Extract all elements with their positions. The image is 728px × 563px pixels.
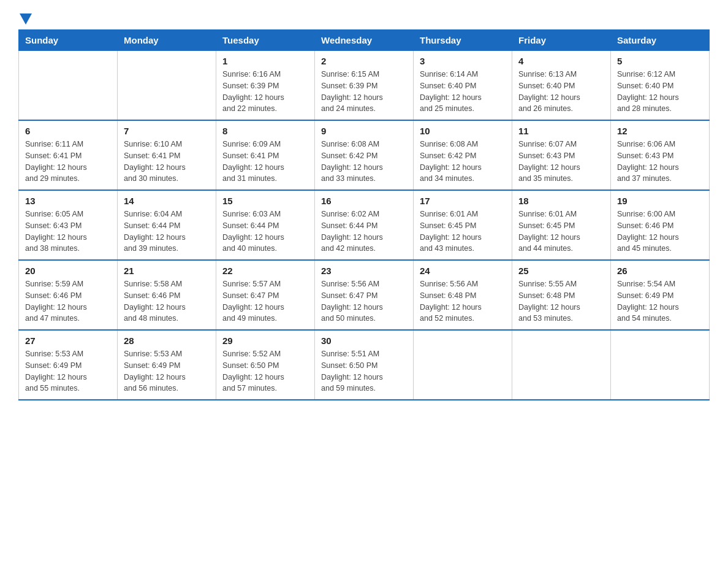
calendar-cell: 5Sunrise: 6:12 AM Sunset: 6:40 PM Daylig… xyxy=(611,51,710,121)
calendar-cell: 27Sunrise: 5:53 AM Sunset: 6:49 PM Dayli… xyxy=(19,330,118,400)
calendar-cell: 25Sunrise: 5:55 AM Sunset: 6:48 PM Dayli… xyxy=(512,260,611,330)
week-row-5: 27Sunrise: 5:53 AM Sunset: 6:49 PM Dayli… xyxy=(19,330,710,400)
day-number: 12 xyxy=(617,126,703,136)
day-info: Sunrise: 6:15 AM Sunset: 6:39 PM Dayligh… xyxy=(321,69,407,115)
day-number: 21 xyxy=(124,266,210,276)
calendar-cell: 28Sunrise: 5:53 AM Sunset: 6:49 PM Dayli… xyxy=(118,330,216,400)
day-number: 29 xyxy=(222,335,308,346)
day-info: Sunrise: 6:02 AM Sunset: 6:44 PM Dayligh… xyxy=(321,209,407,255)
day-info: Sunrise: 6:05 AM Sunset: 6:43 PM Dayligh… xyxy=(25,209,111,255)
calendar-cell: 20Sunrise: 5:59 AM Sunset: 6:46 PM Dayli… xyxy=(19,260,118,330)
calendar-cell: 17Sunrise: 6:01 AM Sunset: 6:45 PM Dayli… xyxy=(414,190,512,260)
day-info: Sunrise: 5:56 AM Sunset: 6:47 PM Dayligh… xyxy=(321,278,407,324)
day-info: Sunrise: 6:01 AM Sunset: 6:45 PM Dayligh… xyxy=(420,209,506,255)
day-number: 17 xyxy=(420,196,506,206)
calendar-cell: 19Sunrise: 6:00 AM Sunset: 6:46 PM Dayli… xyxy=(611,190,710,260)
calendar-cell: 29Sunrise: 5:52 AM Sunset: 6:50 PM Dayli… xyxy=(216,330,315,400)
day-number: 26 xyxy=(617,266,703,276)
calendar-cell: 3Sunrise: 6:14 AM Sunset: 6:40 PM Daylig… xyxy=(414,51,512,121)
day-number: 1 xyxy=(222,56,308,66)
day-number: 27 xyxy=(25,335,111,346)
day-info: Sunrise: 6:08 AM Sunset: 6:42 PM Dayligh… xyxy=(420,139,506,185)
calendar-cell: 12Sunrise: 6:06 AM Sunset: 6:43 PM Dayli… xyxy=(611,120,710,190)
week-row-3: 13Sunrise: 6:05 AM Sunset: 6:43 PM Dayli… xyxy=(19,190,710,260)
calendar-header-row: SundayMondayTuesdayWednesdayThursdayFrid… xyxy=(19,30,710,51)
day-info: Sunrise: 6:13 AM Sunset: 6:40 PM Dayligh… xyxy=(518,69,604,115)
day-number: 15 xyxy=(222,196,308,206)
calendar-cell: 14Sunrise: 6:04 AM Sunset: 6:44 PM Dayli… xyxy=(118,190,216,260)
calendar-cell: 16Sunrise: 6:02 AM Sunset: 6:44 PM Dayli… xyxy=(315,190,414,260)
calendar-cell xyxy=(512,330,611,400)
page-header xyxy=(18,12,710,23)
calendar-cell: 4Sunrise: 6:13 AM Sunset: 6:40 PM Daylig… xyxy=(512,51,611,121)
day-number: 25 xyxy=(518,266,604,276)
day-number: 5 xyxy=(617,56,703,66)
calendar-cell xyxy=(414,330,512,400)
svg-marker-0 xyxy=(20,13,32,25)
day-info: Sunrise: 5:56 AM Sunset: 6:48 PM Dayligh… xyxy=(420,278,506,324)
day-number: 19 xyxy=(617,196,703,206)
day-number: 9 xyxy=(321,126,407,136)
calendar-cell xyxy=(118,51,216,121)
calendar-cell: 24Sunrise: 5:56 AM Sunset: 6:48 PM Dayli… xyxy=(414,260,512,330)
day-number: 8 xyxy=(222,126,308,136)
day-number: 18 xyxy=(518,196,604,206)
calendar-cell: 26Sunrise: 5:54 AM Sunset: 6:49 PM Dayli… xyxy=(611,260,710,330)
day-number: 11 xyxy=(518,126,604,136)
calendar-cell xyxy=(611,330,710,400)
day-info: Sunrise: 5:55 AM Sunset: 6:48 PM Dayligh… xyxy=(518,278,604,324)
calendar-cell: 22Sunrise: 5:57 AM Sunset: 6:47 PM Dayli… xyxy=(216,260,315,330)
column-header-monday: Monday xyxy=(118,30,216,51)
day-number: 24 xyxy=(420,266,506,276)
logo xyxy=(18,12,32,23)
day-info: Sunrise: 6:16 AM Sunset: 6:39 PM Dayligh… xyxy=(222,69,308,115)
day-number: 13 xyxy=(25,196,111,206)
column-header-wednesday: Wednesday xyxy=(315,30,414,51)
day-info: Sunrise: 5:51 AM Sunset: 6:50 PM Dayligh… xyxy=(321,348,407,394)
calendar-cell: 6Sunrise: 6:11 AM Sunset: 6:41 PM Daylig… xyxy=(19,120,118,190)
day-number: 14 xyxy=(124,196,210,206)
day-number: 22 xyxy=(222,266,308,276)
day-number: 30 xyxy=(321,335,407,346)
day-number: 20 xyxy=(25,266,111,276)
calendar-cell: 9Sunrise: 6:08 AM Sunset: 6:42 PM Daylig… xyxy=(315,120,414,190)
day-info: Sunrise: 5:59 AM Sunset: 6:46 PM Dayligh… xyxy=(25,278,111,324)
calendar-cell: 1Sunrise: 6:16 AM Sunset: 6:39 PM Daylig… xyxy=(216,51,315,121)
calendar-cell: 30Sunrise: 5:51 AM Sunset: 6:50 PM Dayli… xyxy=(315,330,414,400)
day-number: 10 xyxy=(420,126,506,136)
column-header-sunday: Sunday xyxy=(19,30,118,51)
calendar-cell: 2Sunrise: 6:15 AM Sunset: 6:39 PM Daylig… xyxy=(315,51,414,121)
day-info: Sunrise: 5:53 AM Sunset: 6:49 PM Dayligh… xyxy=(25,348,111,394)
day-info: Sunrise: 5:52 AM Sunset: 6:50 PM Dayligh… xyxy=(222,348,308,394)
day-number: 28 xyxy=(124,335,210,346)
day-number: 7 xyxy=(124,126,210,136)
calendar-table: SundayMondayTuesdayWednesdayThursdayFrid… xyxy=(18,29,710,400)
day-number: 3 xyxy=(420,56,506,66)
calendar-cell: 7Sunrise: 6:10 AM Sunset: 6:41 PM Daylig… xyxy=(118,120,216,190)
week-row-4: 20Sunrise: 5:59 AM Sunset: 6:46 PM Dayli… xyxy=(19,260,710,330)
calendar-cell xyxy=(19,51,118,121)
day-number: 4 xyxy=(518,56,604,66)
column-header-saturday: Saturday xyxy=(611,30,710,51)
day-info: Sunrise: 6:04 AM Sunset: 6:44 PM Dayligh… xyxy=(124,209,210,255)
calendar-cell: 18Sunrise: 6:01 AM Sunset: 6:45 PM Dayli… xyxy=(512,190,611,260)
day-info: Sunrise: 6:14 AM Sunset: 6:40 PM Dayligh… xyxy=(420,69,506,115)
week-row-1: 1Sunrise: 6:16 AM Sunset: 6:39 PM Daylig… xyxy=(19,51,710,121)
day-number: 2 xyxy=(321,56,407,66)
day-number: 16 xyxy=(321,196,407,206)
day-info: Sunrise: 5:54 AM Sunset: 6:49 PM Dayligh… xyxy=(617,278,703,324)
day-info: Sunrise: 6:06 AM Sunset: 6:43 PM Dayligh… xyxy=(617,139,703,185)
day-info: Sunrise: 6:12 AM Sunset: 6:40 PM Dayligh… xyxy=(617,69,703,115)
day-info: Sunrise: 6:09 AM Sunset: 6:41 PM Dayligh… xyxy=(222,139,308,185)
calendar-cell: 21Sunrise: 5:58 AM Sunset: 6:46 PM Dayli… xyxy=(118,260,216,330)
calendar-cell: 8Sunrise: 6:09 AM Sunset: 6:41 PM Daylig… xyxy=(216,120,315,190)
calendar-cell: 23Sunrise: 5:56 AM Sunset: 6:47 PM Dayli… xyxy=(315,260,414,330)
column-header-thursday: Thursday xyxy=(414,30,512,51)
column-header-tuesday: Tuesday xyxy=(216,30,315,51)
calendar-cell: 15Sunrise: 6:03 AM Sunset: 6:44 PM Dayli… xyxy=(216,190,315,260)
day-info: Sunrise: 6:01 AM Sunset: 6:45 PM Dayligh… xyxy=(518,209,604,255)
week-row-2: 6Sunrise: 6:11 AM Sunset: 6:41 PM Daylig… xyxy=(19,120,710,190)
calendar-cell: 10Sunrise: 6:08 AM Sunset: 6:42 PM Dayli… xyxy=(414,120,512,190)
day-number: 23 xyxy=(321,266,407,276)
day-info: Sunrise: 6:00 AM Sunset: 6:46 PM Dayligh… xyxy=(617,209,703,255)
